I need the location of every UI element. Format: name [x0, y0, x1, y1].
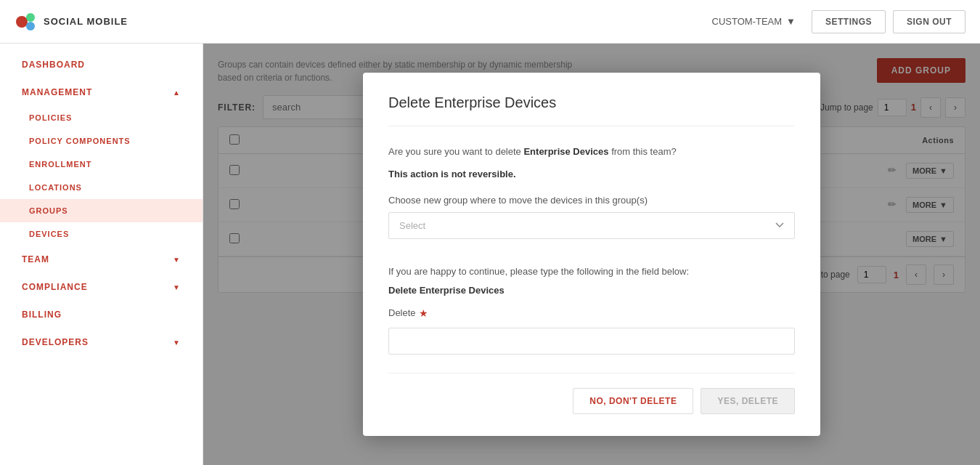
- sidebar-label-billing: BILLING: [22, 310, 62, 320]
- sidebar-label-enrollment: ENROLLMENT: [29, 160, 91, 169]
- settings-button[interactable]: SETTINGS: [812, 10, 886, 33]
- sidebar-label-locations: LOCATIONS: [29, 183, 82, 192]
- required-star: ★: [419, 305, 428, 321]
- delete-label-text: Delete: [388, 306, 416, 321]
- team-chevron-icon: ▼: [786, 16, 796, 27]
- confirm-prefix: Are you sure you want to delete: [388, 146, 523, 157]
- warning-text: This action is not reversible.: [388, 167, 795, 182]
- header-right: CUSTOM-TEAM ▼ SETTINGS SIGN OUT: [703, 10, 965, 33]
- sidebar-label-dashboard: DASHBOARD: [22, 60, 85, 70]
- sidebar-label-policy-components: POLICY COMPONENTS: [29, 137, 131, 145]
- delete-label: Delete ★: [388, 305, 795, 321]
- confirm-suffix: from this team?: [609, 146, 677, 157]
- modal-overlay: Delete Enterprise Devices Are you sure y…: [203, 44, 980, 465]
- sidebar-item-dashboard[interactable]: DASHBOARD: [0, 51, 203, 78]
- compliance-chevron-icon: ▼: [173, 283, 181, 291]
- management-chevron-icon: ▲: [173, 89, 181, 97]
- logo-text: SOCIAL MOBILE: [44, 16, 128, 27]
- sidebar-item-team[interactable]: TEAM ▼: [0, 246, 203, 273]
- team-chevron-icon: ▼: [173, 256, 181, 264]
- sidebar-label-policies: POLICIES: [29, 113, 72, 122]
- sidebar-item-compliance[interactable]: COMPLIANCE ▼: [0, 273, 203, 301]
- sidebar-label-team: TEAM: [22, 254, 49, 264]
- sidebar-label-devices: DEVICES: [29, 230, 69, 238]
- svg-point-0: [16, 16, 28, 28]
- modal-title: Delete Enterprise Devices: [388, 94, 795, 126]
- delete-confirm-input[interactable]: [388, 328, 795, 355]
- svg-point-2: [26, 22, 35, 31]
- sidebar-item-locations[interactable]: LOCATIONS: [0, 176, 203, 199]
- sidebar-item-policy-components[interactable]: POLICY COMPONENTS: [0, 129, 203, 153]
- sidebar-item-enrollment[interactable]: ENROLLMENT: [0, 153, 203, 176]
- sidebar-label-groups: GROUPS: [29, 206, 68, 215]
- group-select[interactable]: Select: [388, 212, 795, 239]
- modal-footer: NO, DON'T DELETE YES, DELETE: [388, 373, 795, 414]
- choose-label: Choose new group where to move the devic…: [388, 193, 795, 209]
- developers-chevron-icon: ▼: [173, 339, 181, 347]
- cancel-button[interactable]: NO, DON'T DELETE: [573, 388, 693, 414]
- modal-body: Are you sure you want to delete Enterpri…: [388, 145, 795, 372]
- confirm-group-name: Enterprise Devices: [523, 146, 608, 157]
- sidebar-label-compliance: COMPLIANCE: [22, 282, 88, 292]
- svg-point-1: [26, 13, 35, 22]
- sidebar-item-billing[interactable]: BILLING: [0, 301, 203, 328]
- sidebar: DASHBOARD MANAGEMENT ▲ POLICIES POLICY C…: [0, 44, 203, 465]
- sidebar-item-management[interactable]: MANAGEMENT ▲: [0, 78, 203, 106]
- signout-button[interactable]: SIGN OUT: [893, 10, 965, 33]
- delete-modal: Delete Enterprise Devices Are you sure y…: [363, 73, 820, 435]
- confirm-question: Are you sure you want to delete Enterpri…: [388, 145, 795, 160]
- type-instruction: If you are happy to continue, please typ…: [388, 264, 795, 280]
- confirm-button[interactable]: YES, DELETE: [701, 388, 795, 414]
- sidebar-item-groups[interactable]: GROUPS: [0, 199, 203, 222]
- logo-icon: [15, 10, 38, 33]
- sidebar-label-developers: DEVELOPERS: [22, 337, 89, 347]
- team-name: CUSTOM-TEAM: [712, 16, 783, 27]
- sidebar-item-policies[interactable]: POLICIES: [0, 106, 203, 129]
- logo: SOCIAL MOBILE: [15, 10, 128, 33]
- header: SOCIAL MOBILE CUSTOM-TEAM ▼ SETTINGS SIG…: [0, 0, 980, 44]
- layout: DASHBOARD MANAGEMENT ▲ POLICIES POLICY C…: [0, 44, 980, 465]
- team-selector[interactable]: CUSTOM-TEAM ▼: [703, 12, 804, 31]
- sidebar-item-developers[interactable]: DEVELOPERS ▼: [0, 328, 203, 356]
- sidebar-item-devices[interactable]: DEVICES: [0, 222, 203, 246]
- sidebar-label-management: MANAGEMENT: [22, 87, 92, 97]
- confirm-type-text: Delete Enterprise Devices: [388, 283, 795, 299]
- main-content: Groups can contain devices defined eithe…: [203, 44, 980, 465]
